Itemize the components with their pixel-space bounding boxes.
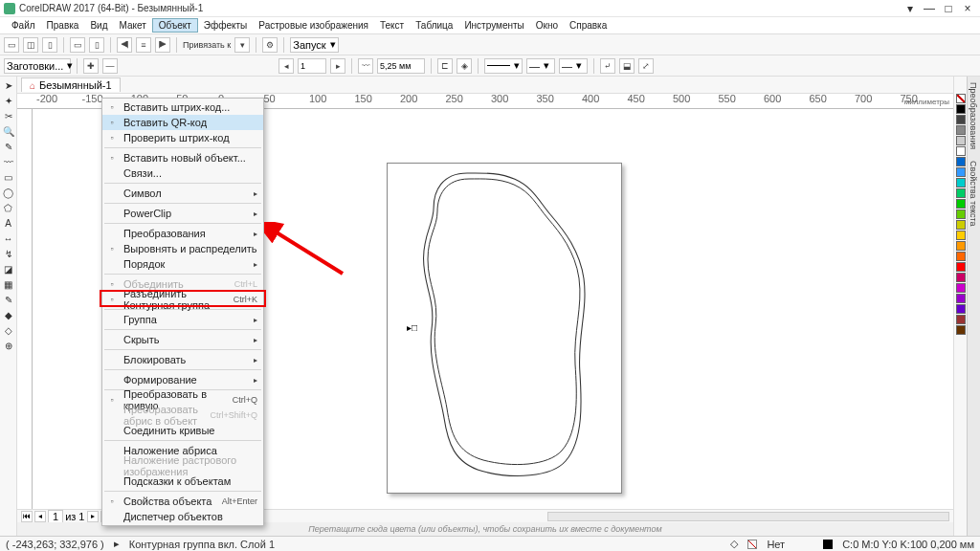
outline-width[interactable]: 5,25 мм <box>377 58 425 74</box>
menu-item[interactable]: Подсказки к объектам <box>102 474 263 489</box>
color-swatch[interactable] <box>956 294 966 303</box>
shape-tool[interactable]: ✦ <box>2 94 15 107</box>
menu-item[interactable]: Преобразования▸ <box>102 226 263 241</box>
dimension-tool[interactable]: ↔ <box>2 231 15 245</box>
scale-icon[interactable]: ⤢ <box>638 58 654 74</box>
menu-item[interactable]: Блокировать▸ <box>102 352 263 367</box>
color-swatch[interactable] <box>956 283 966 293</box>
menu-справка[interactable]: Справка <box>564 19 612 32</box>
line-style-combo[interactable]: ▾ <box>484 58 523 74</box>
polygon-tool[interactable]: ⬠ <box>2 201 15 214</box>
align-left-icon[interactable]: ⯇ <box>117 37 132 53</box>
menu-item[interactable]: ▫Выровнять и распределить <box>102 241 263 256</box>
menu-вид[interactable]: Вид <box>84 19 113 32</box>
color-swatch[interactable] <box>956 104 966 114</box>
portrait-icon[interactable]: ▯ <box>89 37 104 53</box>
menu-item[interactable]: Связи... <box>102 165 263 181</box>
color-swatch[interactable] <box>956 262 966 272</box>
color-swatch[interactable] <box>956 167 966 177</box>
menu-макет[interactable]: Макет <box>113 19 151 32</box>
color-swatch[interactable] <box>956 188 966 198</box>
transparency-tool[interactable]: ▦ <box>2 277 15 291</box>
color-swatch[interactable] <box>956 178 966 187</box>
swatch-none[interactable] <box>956 94 966 103</box>
nav-next[interactable]: ▸ <box>87 511 99 522</box>
ellipse-tool[interactable]: ◯ <box>2 186 15 199</box>
color-swatch[interactable] <box>956 273 966 282</box>
dropshadow-tool[interactable]: ◪ <box>2 262 15 276</box>
color-swatch[interactable] <box>956 146 966 156</box>
menu-объект[interactable]: Объект <box>152 18 198 33</box>
wrap-icon[interactable]: ⤶ <box>600 58 615 74</box>
minimize-button[interactable]: — <box>921 2 938 15</box>
color-swatch[interactable] <box>956 209 966 219</box>
shape-tool-icon[interactable]: ◫ <box>23 37 38 53</box>
menu-item[interactable]: Порядок▸ <box>102 256 263 272</box>
menu-item[interactable]: Скрыть▸ <box>102 332 263 347</box>
page-count[interactable]: 1 <box>298 58 326 74</box>
menu-текст[interactable]: Текст <box>374 19 410 32</box>
align-right-icon[interactable]: ⯈ <box>155 37 170 53</box>
menu-файл[interactable]: Файл <box>6 19 41 32</box>
freehand-tool[interactable]: ✎ <box>2 140 15 153</box>
color-swatch[interactable] <box>956 157 966 166</box>
menu-эффекты[interactable]: Эффекты <box>198 19 253 32</box>
menu-item[interactable]: ▫Разъединить Контурная группаCtrl+K <box>102 292 263 307</box>
snap-dropdown[interactable]: ▾ <box>234 37 250 53</box>
scrollbar-horizontal[interactable] <box>547 512 949 521</box>
menu-окно[interactable]: Окно <box>530 19 564 32</box>
start-arrow-combo[interactable]: —▾ <box>526 58 555 74</box>
end-arrow-combo[interactable]: —▾ <box>559 58 588 74</box>
color-swatch[interactable] <box>956 231 966 240</box>
fill-tool[interactable]: ◆ <box>2 308 15 321</box>
cap-icon[interactable]: ⊏ <box>437 58 453 74</box>
delete-icon[interactable]: — <box>102 58 118 74</box>
menu-item[interactable]: Соединить кривые <box>102 423 263 438</box>
extra-button[interactable]: ▾ <box>902 2 919 15</box>
doc-tab[interactable]: ⌂ Безымянный-1 <box>21 77 121 92</box>
color-swatch[interactable] <box>956 115 966 124</box>
menu-правка[interactable]: Правка <box>41 19 85 32</box>
menu-таблица[interactable]: Таблица <box>410 19 458 32</box>
menu-item[interactable]: ▫Проверить штрих-код <box>102 130 263 145</box>
page-prev[interactable]: ◂ <box>278 58 294 74</box>
text-tool[interactable]: A <box>2 216 15 230</box>
crop-tool[interactable]: ✂ <box>2 109 15 122</box>
align-center-icon[interactable]: ≡ <box>136 37 151 53</box>
color-swatch[interactable] <box>956 252 966 261</box>
stroke-icon[interactable]: 〰 <box>358 58 373 74</box>
page-next[interactable]: ▸ <box>330 58 345 74</box>
pick-tool[interactable]: ➤ <box>2 78 15 92</box>
color-swatch[interactable] <box>956 315 966 324</box>
ruler-vertical[interactable] <box>17 109 33 509</box>
color-swatch[interactable] <box>956 304 966 314</box>
eyedropper-tool[interactable]: ✎ <box>2 293 15 306</box>
contour-shape[interactable] <box>388 164 623 495</box>
menu-item[interactable]: ▫Вставить QR-код <box>102 115 263 130</box>
menu-item[interactable]: Диспетчер объектов <box>102 509 263 524</box>
landscape-icon[interactable]: ▭ <box>70 37 85 53</box>
color-swatch[interactable] <box>956 199 966 209</box>
menu-item[interactable]: Формирование▸ <box>102 372 263 387</box>
menu-растровые изображения[interactable]: Растровые изображения <box>253 19 374 32</box>
templates-combo[interactable]: Заготовки...▾ <box>4 58 71 74</box>
color-swatch[interactable] <box>956 220 966 230</box>
nav-page-field[interactable]: 1 <box>48 510 63 523</box>
connector-tool[interactable]: ↯ <box>2 247 15 260</box>
close-button[interactable]: × <box>959 2 976 15</box>
artistic-tool[interactable]: 〰 <box>2 155 15 168</box>
rectangle-tool[interactable]: ▭ <box>2 170 15 184</box>
menu-item[interactable]: ▫Вставить штрих-код... <box>102 99 263 115</box>
settings-icon[interactable]: ⚙ <box>262 37 278 53</box>
color-swatch[interactable] <box>956 125 966 135</box>
color-swatch[interactable] <box>956 241 966 251</box>
menu-item[interactable]: PowerClip▸ <box>102 206 263 221</box>
menu-инструменты[interactable]: Инструменты <box>458 19 529 32</box>
nav-prev[interactable]: ◂ <box>34 511 46 522</box>
color-swatch[interactable] <box>956 325 966 335</box>
launch-combo[interactable]: Запуск▾ <box>290 37 338 53</box>
prop-icon[interactable]: ▯ <box>42 37 57 53</box>
menu-item[interactable]: Группа▸ <box>102 312 263 327</box>
docker-tab-text[interactable]: Свойства текста <box>968 155 979 232</box>
maximize-button[interactable]: □ <box>940 2 957 15</box>
